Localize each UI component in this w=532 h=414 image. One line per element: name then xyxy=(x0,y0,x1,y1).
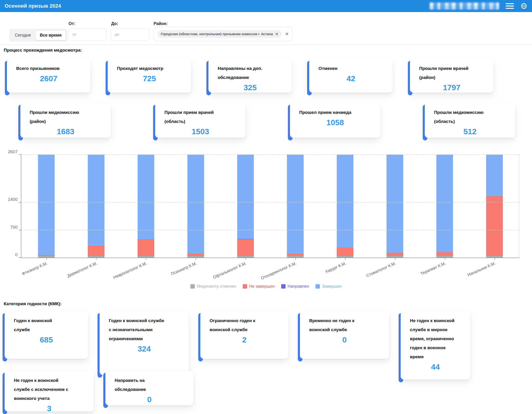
stat-card: Годен к воинской службе с незначительным… xyxy=(100,311,189,375)
menu-icon[interactable] xyxy=(506,3,514,9)
legend-label: Завершен xyxy=(322,284,342,289)
page-title: Осенний призыв 2024 xyxy=(5,3,61,9)
gridline xyxy=(21,230,519,230)
x-axis-label: Начальник К.М. xyxy=(467,261,497,277)
x-axis-tick xyxy=(196,258,196,260)
stat-card: Прошли прием врачей (район)1797 xyxy=(410,59,493,92)
stat-card-label: Прошел прием начмеда xyxy=(299,108,374,117)
stat-card-label: Временно не годен к воинской службе xyxy=(309,316,383,334)
stacked-bar xyxy=(237,155,254,258)
legend-item[interactable]: Направлен xyxy=(281,284,309,289)
x-axis-tick xyxy=(494,258,495,260)
stat-card: Прошел прием начмеда1058 xyxy=(290,103,380,138)
bar-segment xyxy=(187,256,204,258)
stat-card-label: Прошли медкомиссию (область) xyxy=(434,108,509,126)
x-axis-tick xyxy=(395,258,395,260)
legend-swatch xyxy=(281,284,285,289)
category-section-title: Категория годности (КМК): xyxy=(4,301,62,306)
legend-item[interactable]: Медосмотр отменен xyxy=(190,284,236,289)
stat-card-label: Отменен xyxy=(318,64,387,73)
chart-slot: Невропатолог К.М. xyxy=(121,155,171,258)
bar-segment xyxy=(237,155,254,239)
bar-segment xyxy=(138,155,154,239)
stat-card: Прошли медкомиссию (район)1683 xyxy=(20,103,111,138)
select-clear-icon[interactable]: ✕ xyxy=(285,32,289,36)
x-axis-label: Отоларинголог К.М. xyxy=(260,261,297,281)
bar-segment xyxy=(387,253,403,256)
x-axis-tick xyxy=(295,258,296,260)
x-axis-tick xyxy=(46,258,47,260)
bar-segment xyxy=(436,256,453,258)
x-axis-label: Психиатр К.М. xyxy=(170,261,198,276)
district-tag-label: Городская (областная, контрольная) призы… xyxy=(161,32,273,36)
stacked-bar xyxy=(187,155,204,258)
stat-card-value: 1683 xyxy=(30,127,101,136)
x-axis-label: Невропатолог К.М. xyxy=(113,261,148,280)
chart-plot: Фтизиатр К.М.Дерматолог К.М.Невропатолог… xyxy=(21,155,519,258)
stat-card-value: 1503 xyxy=(164,127,236,136)
bar-segment xyxy=(38,256,55,258)
chart-slot: Психиатр К.М. xyxy=(171,155,220,258)
legend-label: Направлен xyxy=(288,284,309,289)
bar-segment xyxy=(38,155,55,255)
x-axis-tick xyxy=(345,258,346,260)
stacked-bar xyxy=(436,155,453,258)
x-axis-tick xyxy=(96,258,96,260)
bar-segment xyxy=(287,254,304,256)
stat-card-value: 2607 xyxy=(16,74,81,83)
bar-segment xyxy=(237,239,254,256)
category-cards-row-1: Годен к воинской службе685Годен к воинск… xyxy=(5,311,470,379)
stat-card: Не годен к воинской службе в мирное врем… xyxy=(401,311,470,379)
legend-item[interactable]: Не завершен xyxy=(243,284,275,289)
chart-slot: Фтизиатр К.М. xyxy=(21,155,71,258)
stat-card: Направить на обследование0 xyxy=(105,371,193,405)
stat-card: Направлены на доп. обследование325 xyxy=(209,59,292,92)
bar-segment xyxy=(486,256,503,258)
bar-segment xyxy=(486,155,503,196)
legend-swatch xyxy=(190,284,195,289)
stacked-bar xyxy=(337,155,353,258)
toggle-alltime-button[interactable]: Все время xyxy=(35,30,66,40)
date-to-input[interactable] xyxy=(111,28,149,41)
toggle-today-button[interactable]: Сегодня xyxy=(11,31,35,40)
y-axis-label: 0 xyxy=(15,252,18,257)
chart-slot: Дерматолог К.М. xyxy=(71,155,121,258)
x-axis-label: Офтальмолог К.М. xyxy=(212,261,247,280)
globe-icon[interactable] xyxy=(520,2,527,9)
bar-segment xyxy=(287,155,304,254)
stat-card-label: Прошли прием врачей (область) xyxy=(164,108,239,126)
from-label: От: xyxy=(68,21,75,26)
stat-card-value: 0 xyxy=(309,335,380,344)
stat-card: Прошли прием врачей (область)1503 xyxy=(155,103,246,138)
date-from-input[interactable] xyxy=(68,28,106,41)
stat-card-value: 1058 xyxy=(299,118,371,127)
y-axis-tick xyxy=(19,202,21,202)
process-cards-row-1: Всего призывников2607Проходят медосмотр7… xyxy=(7,59,493,92)
to-label: До: xyxy=(111,21,118,26)
stat-card-label: Направлены на доп. обследование xyxy=(218,64,286,82)
bar-segment xyxy=(138,256,154,258)
bar-segment xyxy=(88,256,104,258)
legend-item[interactable]: Завершен xyxy=(315,284,342,289)
x-axis-tick xyxy=(146,258,146,260)
time-range-toggle: Сегодня Все время xyxy=(9,29,67,42)
tag-remove-icon[interactable]: ✕ xyxy=(275,32,278,36)
chart-slot: Начальник К.М. xyxy=(469,155,519,258)
bar-segment xyxy=(337,256,353,258)
stat-card: Прошли медкомиссию (область)512 xyxy=(425,103,515,138)
stat-card-label: Ограниченно годен к воинской службе xyxy=(209,316,282,334)
y-axis-tick xyxy=(19,257,21,258)
stat-card-label: Годен к воинской службе с незначительным… xyxy=(109,316,183,343)
x-axis-label: Фтизиатр К.М. xyxy=(21,261,48,276)
bar-segment xyxy=(88,246,104,256)
chart-slot: Офтальмолог К.М. xyxy=(220,155,270,258)
stat-card-value: 325 xyxy=(218,83,283,92)
stat-card-label: Проходят медосмотр xyxy=(117,64,185,73)
district-select[interactable]: Городская (областная, контрольная) призы… xyxy=(153,27,293,41)
bar-segment xyxy=(436,155,453,252)
bar-segment xyxy=(237,256,254,258)
y-axis-tick xyxy=(19,154,21,155)
bar-segment xyxy=(287,256,304,258)
y-axis-label: 1400 xyxy=(8,197,18,202)
app-header: Осенний призыв 2024 xyxy=(0,0,532,12)
